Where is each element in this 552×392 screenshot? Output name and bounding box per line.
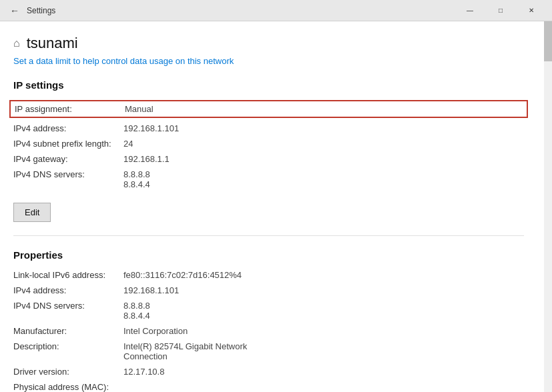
driver-version-value: 12.17.10.8 <box>123 367 164 377</box>
driver-version-label: Driver version: <box>13 367 123 377</box>
manufacturer-value: Intel Corporation <box>123 326 188 336</box>
ip-settings-section: IP settings IP assignment: Manual IPv4 a… <box>13 79 524 235</box>
edit-button[interactable]: Edit <box>13 203 51 222</box>
physical-address-label: Physical address (MAC): <box>13 382 123 392</box>
ipv4-dns-label: IPv4 DNS servers: <box>13 169 123 179</box>
link-local-ipv6-row: Link-local IPv6 address: fe80::3116:7c02… <box>13 270 524 280</box>
close-button[interactable]: ✕ <box>516 0 547 21</box>
ipv4-gateway-label: IPv4 gateway: <box>13 154 123 164</box>
description-value: Intel(R) 82574L Gigabit NetworkConnectio… <box>123 341 247 361</box>
ipv4-subnet-value: 24 <box>123 139 133 149</box>
ipv4-dns-row: IPv4 DNS servers: 8.8.8.88.8.4.4 <box>13 169 524 189</box>
home-icon: ⌂ <box>13 37 20 49</box>
properties-title: Properties <box>13 249 524 261</box>
maximize-button[interactable]: □ <box>485 0 516 21</box>
properties-section: Properties Link-local IPv6 address: fe80… <box>13 249 524 392</box>
ipv4-address-label: IPv4 address: <box>13 123 123 133</box>
page-header: ⌂ tsunami <box>13 35 524 52</box>
link-local-ipv6-label: Link-local IPv6 address: <box>13 270 123 280</box>
minimize-button[interactable]: — <box>455 0 485 21</box>
ipv4-gateway-row: IPv4 gateway: 192.168.1.1 <box>13 154 524 164</box>
page-title: tsunami <box>27 35 78 52</box>
scrollbar-thumb[interactable] <box>544 21 552 61</box>
ipv4-gateway-value: 192.168.1.1 <box>123 154 170 164</box>
data-limit-link[interactable]: Set a data limit to help control data us… <box>13 56 524 66</box>
ipv4-subnet-row: IPv4 subnet prefix length: 24 <box>13 139 524 149</box>
scroll-area[interactable]: ⌂ tsunami Set a data limit to help contr… <box>0 21 544 392</box>
ip-settings-title: IP settings <box>13 79 524 91</box>
ipv4-dns-value: 8.8.8.88.8.4.4 <box>123 169 150 189</box>
driver-version-row: Driver version: 12.17.10.8 <box>13 367 524 377</box>
props-ipv4-dns-value: 8.8.8.88.8.4.4 <box>123 301 150 321</box>
titlebar-title: Settings <box>27 6 55 15</box>
window-controls: — □ ✕ <box>455 0 547 21</box>
ipv4-address-value: 192.168.1.101 <box>123 123 179 133</box>
description-row: Description: Intel(R) 82574L Gigabit Net… <box>13 341 524 361</box>
back-button[interactable]: ← <box>5 1 24 20</box>
manufacturer-row: Manufacturer: Intel Corporation <box>13 326 524 336</box>
ipv4-address-row: IPv4 address: 192.168.1.101 <box>13 123 524 133</box>
props-ipv4-address-value: 192.168.1.101 <box>123 285 179 295</box>
props-ipv4-dns-label: IPv4 DNS servers: <box>13 301 123 311</box>
physical-address-row: Physical address (MAC): <box>13 382 524 392</box>
ip-assignment-value: Manual <box>125 104 154 114</box>
link-local-ipv6-value: fe80::3116:7c02:7d16:4512%4 <box>123 270 242 280</box>
titlebar: ← Settings — □ ✕ <box>0 0 552 21</box>
props-ipv4-address-label: IPv4 address: <box>13 285 123 295</box>
ipv4-subnet-label: IPv4 subnet prefix length: <box>13 139 123 149</box>
divider <box>13 235 524 236</box>
manufacturer-label: Manufacturer: <box>13 326 123 336</box>
ip-assignment-label: IP assignment: <box>15 104 125 114</box>
description-label: Description: <box>13 341 123 351</box>
ip-assignment-row: IP assignment: Manual <box>9 100 528 118</box>
props-ipv4-address-row: IPv4 address: 192.168.1.101 <box>13 285 524 295</box>
scrollbar[interactable] <box>544 21 552 392</box>
props-ipv4-dns-row: IPv4 DNS servers: 8.8.8.88.8.4.4 <box>13 301 524 321</box>
main-content: ⌂ tsunami Set a data limit to help contr… <box>0 21 552 392</box>
